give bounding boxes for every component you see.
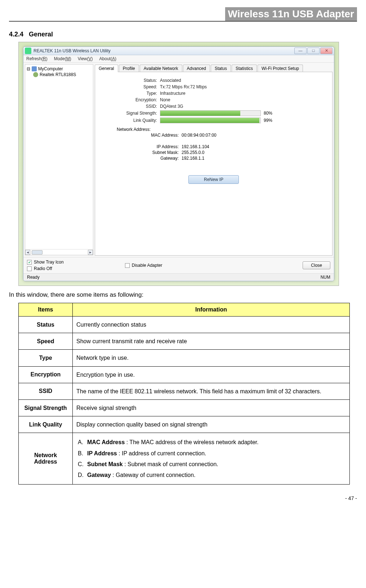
maximize-button[interactable]: □ bbox=[307, 48, 320, 54]
bottom-panel: ✔Show Tray Icon Radio Off Disable Adapte… bbox=[23, 257, 334, 273]
close-window-button[interactable]: ✕ bbox=[320, 48, 332, 54]
show-tray-checkbox[interactable]: ✔Show Tray Icon bbox=[27, 260, 64, 265]
device-tree: ⊟ MyComputer Realtek RTL8188S ◄► bbox=[25, 64, 93, 255]
quality-bar bbox=[160, 118, 261, 123]
tree-root[interactable]: ⊟ MyComputer bbox=[27, 66, 92, 72]
quality-label: Link Quality: bbox=[102, 118, 160, 123]
disable-adapter-checkbox[interactable]: Disable Adapter bbox=[125, 263, 162, 268]
list-item: B.IP Address : IP address of current con… bbox=[78, 448, 346, 458]
intro-text: In this window, there are some items as … bbox=[9, 291, 357, 299]
checkbox-checked-icon: ✔ bbox=[27, 260, 32, 265]
section-title: General bbox=[29, 31, 53, 38]
minimize-button[interactable]: — bbox=[294, 48, 307, 54]
table-row: Signal StrengthReceive signal strength bbox=[19, 399, 350, 416]
ip-label: IP Address: bbox=[102, 144, 182, 149]
menu-mode[interactable]: Mode(M) bbox=[54, 56, 71, 61]
quality-pct: 99% bbox=[264, 118, 272, 123]
tree-hscroll[interactable]: ◄► bbox=[25, 249, 93, 255]
page-header: Wireless 11n USB Adapter bbox=[9, 7, 357, 22]
doc-title: Wireless 11n USB Adapter bbox=[225, 7, 357, 21]
tree-adapter[interactable]: Realtek RTL8188S bbox=[33, 72, 92, 78]
speed-label: Speed: bbox=[102, 84, 160, 89]
menu-view[interactable]: View(V) bbox=[78, 56, 93, 61]
signal-pct: 80% bbox=[264, 111, 272, 116]
type-label: Type: bbox=[102, 91, 160, 96]
quality-fill bbox=[160, 118, 259, 123]
app-window: REALTEK 11n USB Wireless LAN Utility — □… bbox=[23, 47, 334, 281]
signal-label: Signal Strength: bbox=[102, 111, 160, 116]
tab-status[interactable]: Status bbox=[211, 65, 231, 72]
computer-icon bbox=[32, 66, 37, 71]
subnet-label: Subnet Mask: bbox=[102, 150, 182, 155]
ssid-label: SSID: bbox=[102, 104, 160, 109]
tab-advanced[interactable]: Advanced bbox=[183, 65, 210, 72]
page-number: - 47 - bbox=[9, 495, 357, 501]
status-value: Associated bbox=[160, 78, 181, 83]
gateway-label: Gateway: bbox=[102, 156, 182, 161]
adapter-icon bbox=[33, 72, 38, 77]
scroll-right-icon[interactable]: ► bbox=[88, 250, 93, 255]
encryption-label: Encryption: bbox=[102, 97, 160, 102]
tab-profile[interactable]: Profile bbox=[119, 65, 139, 72]
status-ready: Ready bbox=[27, 275, 40, 280]
checkbox-icon bbox=[125, 263, 130, 268]
window-buttons: — □ ✕ bbox=[294, 48, 332, 54]
list-item: C.Subnet Mask : Subnet mask of current c… bbox=[78, 459, 346, 469]
main-panel: General Profile Available Network Advanc… bbox=[95, 64, 332, 256]
table-row-network-address: Network Address A.MAC Address : The MAC … bbox=[19, 433, 350, 485]
tab-available-network[interactable]: Available Network bbox=[140, 65, 182, 72]
app-icon bbox=[25, 48, 31, 54]
scroll-left-icon[interactable]: ◄ bbox=[25, 250, 30, 255]
header-items: Items bbox=[19, 303, 73, 317]
scroll-thumb[interactable] bbox=[32, 250, 43, 255]
menu-refresh[interactable]: Refresh(R) bbox=[26, 56, 48, 61]
tab-wps[interactable]: Wi-Fi Protect Setup bbox=[258, 65, 303, 72]
status-num: NUM bbox=[321, 275, 330, 280]
gateway-value: 192.168.1.1 bbox=[182, 156, 204, 161]
mac-value: 00:08:94:00:07:00 bbox=[182, 133, 217, 138]
table-row: StatusCurrently connection status bbox=[19, 317, 350, 333]
screenshot-frame: REALTEK 11n USB Wireless LAN Utility — □… bbox=[18, 42, 339, 286]
network-address-label: Network Address: bbox=[117, 127, 325, 132]
signal-bar bbox=[160, 110, 261, 116]
network-address-info: A.MAC Address : The MAC address of the w… bbox=[73, 433, 350, 485]
table-row: SSIDThe name of the IEEE 802.11 wireless… bbox=[19, 383, 350, 399]
tab-strip: General Profile Available Network Advanc… bbox=[95, 64, 332, 72]
encryption-value: None bbox=[160, 97, 170, 102]
signal-fill bbox=[160, 111, 240, 116]
list-item: D.Gateway : Gateway of current connectio… bbox=[78, 470, 346, 480]
status-bar: Ready NUM bbox=[23, 273, 334, 281]
subnet-value: 255.255.0.0 bbox=[182, 150, 204, 155]
section-heading: 4.2.4 General bbox=[9, 31, 357, 38]
list-item: A.MAC Address : The MAC address of the w… bbox=[78, 437, 346, 447]
radio-off-checkbox[interactable]: Radio Off bbox=[27, 266, 64, 271]
mac-label: MAC Address: bbox=[102, 133, 182, 138]
close-button[interactable]: Close bbox=[303, 261, 330, 269]
ip-value: 192.168.1.104 bbox=[182, 144, 209, 149]
window-body: ⊟ MyComputer Realtek RTL8188S ◄► General… bbox=[23, 63, 334, 257]
checkbox-icon bbox=[27, 266, 32, 271]
window-title: REALTEK 11n USB Wireless LAN Utility bbox=[34, 48, 294, 53]
tab-general[interactable]: General bbox=[95, 65, 118, 72]
status-label: Status: bbox=[102, 78, 160, 83]
menu-bar: Refresh(R) Mode(M) View(V) About(A) bbox=[23, 55, 334, 63]
menu-about[interactable]: About(A) bbox=[99, 56, 116, 61]
header-information: Information bbox=[73, 303, 350, 317]
table-row: TypeNetwork type in use. bbox=[19, 350, 350, 366]
section-number: 4.2.4 bbox=[9, 31, 23, 38]
table-header-row: Items Information bbox=[19, 303, 350, 317]
table-row: Link QualityDisplay connection quality b… bbox=[19, 416, 350, 433]
ssid-value: DQAtest 3G bbox=[160, 104, 183, 109]
title-bar: REALTEK 11n USB Wireless LAN Utility — □… bbox=[23, 47, 334, 55]
table-row: SpeedShow current transmit rate and rece… bbox=[19, 333, 350, 350]
renew-ip-button[interactable]: ReNew IP bbox=[188, 175, 239, 184]
type-value: Infrastructure bbox=[160, 91, 186, 96]
general-panel: Status:Associated Speed:Tx:72 Mbps Rx:72… bbox=[95, 72, 332, 256]
tab-statistics[interactable]: Statistics bbox=[232, 65, 257, 72]
items-table: Items Information StatusCurrently connec… bbox=[18, 303, 350, 485]
speed-value: Tx:72 Mbps Rx:72 Mbps bbox=[160, 84, 207, 89]
table-row: EncryptionEncryption type in use. bbox=[19, 366, 350, 383]
